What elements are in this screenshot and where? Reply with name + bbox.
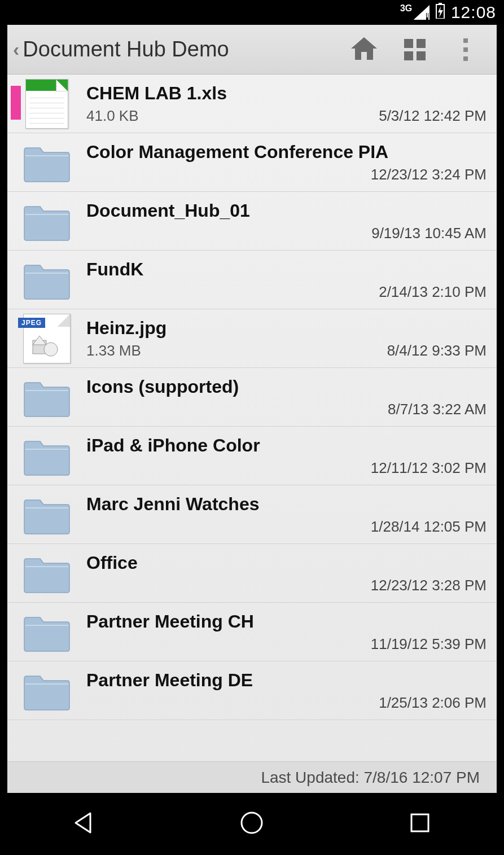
file-name: iPad & iPhone Color: [86, 435, 487, 456]
status-clock: 12:08: [451, 3, 496, 22]
signal-icon: 3G: [414, 5, 430, 20]
circle-icon: [239, 810, 265, 838]
file-name: Partner Meeting DE: [86, 670, 487, 691]
file-name: Marc Jenni Watches: [86, 494, 487, 515]
folder-icon: [7, 553, 86, 594]
file-meta: FundK2/14/13 2:10 PM: [86, 259, 487, 301]
file-date: 5/3/12 12:42 PM: [379, 107, 487, 125]
page-title[interactable]: Document Hub Demo: [23, 37, 229, 62]
action-bar: ‹ Document Hub Demo: [7, 25, 497, 74]
file-name: FundK: [86, 259, 487, 280]
menu-icon: [463, 38, 468, 61]
file-meta: Office12/23/12 3:28 PM: [86, 553, 487, 594]
file-name: Icons (supported): [86, 376, 487, 397]
app-surface: ‹ Document Hub Demo CHEM LAB 1.xls41.0 K…: [7, 25, 497, 793]
file-meta: Heinz.jpg1.33 MB8/4/12 9:33 PM: [86, 318, 487, 359]
overflow-menu-button[interactable]: [440, 25, 491, 74]
folder-icon: [7, 201, 86, 242]
file-meta: Document_Hub_019/19/13 10:45 AM: [86, 200, 487, 242]
status-bar: 3G 12:08: [0, 0, 504, 25]
file-name: CHEM LAB 1.xls: [86, 83, 487, 104]
file-date: 12/23/12 3:28 PM: [371, 577, 487, 594]
file-meta: iPad & iPhone Color12/11/12 3:02 PM: [86, 435, 487, 477]
spreadsheet-icon: [7, 79, 86, 129]
file-date: 2/14/13 2:10 PM: [379, 283, 487, 301]
svg-point-6: [242, 813, 262, 833]
file-date: 12/11/12 3:02 PM: [371, 459, 487, 477]
folder-icon: [7, 260, 86, 300]
file-size: 41.0 KB: [86, 107, 139, 125]
network-label: 3G: [400, 3, 412, 14]
list-item[interactable]: Partner Meeting DE1/25/13 2:06 PM: [7, 661, 497, 720]
file-date: 11/19/12 5:39 PM: [371, 635, 487, 653]
list-item[interactable]: Color Management Conference PIA12/23/12 …: [7, 133, 497, 192]
file-name: Document_Hub_01: [86, 200, 487, 221]
file-name: Heinz.jpg: [86, 318, 487, 339]
file-date: 1/25/13 2:06 PM: [379, 694, 487, 712]
file-meta: Partner Meeting DE1/25/13 2:06 PM: [86, 670, 487, 712]
list-item[interactable]: Office12/23/12 3:28 PM: [7, 544, 497, 603]
list-item[interactable]: Icons (supported)8/7/13 3:22 AM: [7, 368, 497, 427]
battery-icon: [435, 3, 445, 23]
folder-icon: [7, 612, 86, 652]
list-item[interactable]: FundK2/14/13 2:10 PM: [7, 251, 497, 309]
file-date: 1/28/14 12:05 PM: [371, 518, 487, 536]
file-meta: Marc Jenni Watches1/28/14 12:05 PM: [86, 494, 487, 536]
home-icon: [350, 36, 378, 63]
file-date: 8/4/12 9:33 PM: [387, 342, 487, 359]
image-file-icon: JPEG: [7, 314, 86, 363]
android-nav-bar: [0, 793, 504, 855]
file-name: Partner Meeting CH: [86, 611, 487, 632]
file-name: Color Management Conference PIA: [86, 142, 487, 163]
file-list[interactable]: CHEM LAB 1.xls41.0 KB5/3/12 12:42 PMColo…: [7, 74, 497, 761]
svg-rect-1: [427, 13, 428, 17]
file-size: 1.33 MB: [86, 342, 141, 359]
list-item[interactable]: Partner Meeting CH11/19/12 5:39 PM: [7, 603, 497, 661]
file-meta: CHEM LAB 1.xls41.0 KB5/3/12 12:42 PM: [86, 83, 487, 125]
grid-icon: [404, 39, 426, 60]
grid-view-button[interactable]: [389, 25, 440, 74]
nav-recent-button[interactable]: [363, 793, 476, 855]
file-name: Office: [86, 553, 487, 573]
file-date: 8/7/13 3:22 AM: [388, 401, 487, 418]
file-meta: Color Management Conference PIA12/23/12 …: [86, 142, 487, 183]
folder-icon: [7, 142, 86, 183]
list-item[interactable]: iPad & iPhone Color12/11/12 3:02 PM: [7, 427, 497, 485]
list-item[interactable]: JPEGHeinz.jpg1.33 MB8/4/12 9:33 PM: [7, 309, 497, 368]
back-button[interactable]: ‹: [13, 38, 21, 60]
list-item[interactable]: CHEM LAB 1.xls41.0 KB5/3/12 12:42 PM: [7, 74, 497, 133]
nav-back-button[interactable]: [28, 793, 141, 855]
footer-bar: Last Updated: 7/8/16 12:07 PM: [7, 761, 497, 793]
folder-icon: [7, 377, 86, 418]
file-date: 12/23/12 3:24 PM: [371, 166, 487, 183]
nav-home-button[interactable]: [195, 793, 308, 855]
folder-icon: [7, 494, 86, 535]
back-triangle-icon: [71, 810, 97, 838]
file-meta: Partner Meeting CH11/19/12 5:39 PM: [86, 611, 487, 653]
home-button[interactable]: [339, 25, 389, 74]
svg-rect-7: [411, 814, 428, 831]
file-date: 9/19/13 10:45 AM: [371, 225, 487, 242]
folder-icon: [7, 670, 86, 711]
last-updated-label: Last Updated: 7/8/16 12:07 PM: [261, 769, 480, 787]
device-frame: 3G 12:08 ‹ Document Hub Demo CHEM: [0, 0, 504, 855]
file-meta: Icons (supported)8/7/13 3:22 AM: [86, 376, 487, 418]
list-item[interactable]: Document_Hub_019/19/13 10:45 AM: [7, 192, 497, 251]
folder-icon: [7, 436, 86, 476]
list-item[interactable]: Marc Jenni Watches1/28/14 12:05 PM: [7, 485, 497, 544]
square-icon: [408, 811, 432, 837]
